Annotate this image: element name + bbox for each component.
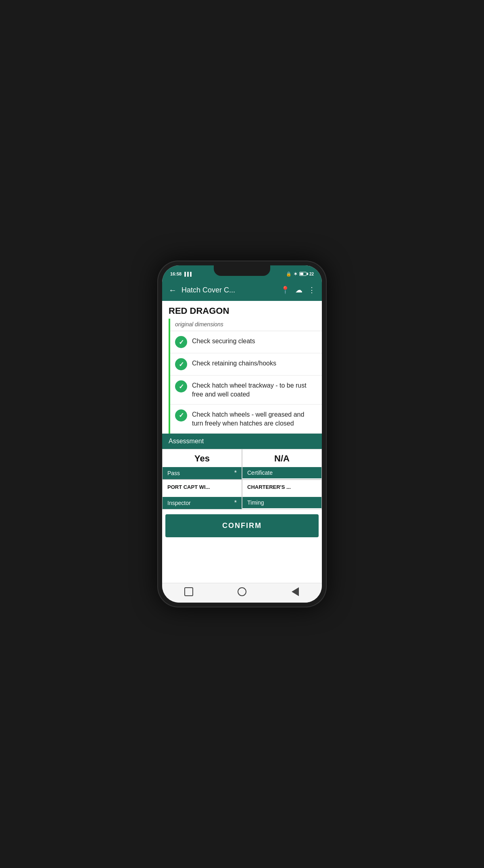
item-text-1: Check securing cleats: [192, 336, 255, 346]
item-text-4: Check hatch wheels - well greased and tu…: [192, 409, 317, 428]
main-content: RED DRAGON original dimensions ✓ Check s…: [162, 301, 322, 583]
checklist-item[interactable]: ✓ Check hatch wheel trackway - to be rus…: [170, 376, 322, 405]
lock-icon: 🔒: [286, 271, 292, 277]
checklist-item[interactable]: ✓ Check hatch wheels - well greased and …: [170, 405, 322, 434]
cell-label-pass[interactable]: Pass *: [163, 467, 242, 479]
status-right: 🔒 ✶ 22: [286, 271, 314, 277]
assessment-cell-na[interactable]: N/A Certificate: [242, 449, 322, 480]
checklist-item[interactable]: ✓ Check retaining chains/hooks: [170, 353, 322, 376]
bluetooth-icon: ✶: [294, 271, 297, 277]
nav-square-button[interactable]: [184, 586, 194, 597]
inspector-asterisk: *: [234, 499, 237, 507]
vessel-name: RED DRAGON: [162, 301, 322, 319]
partial-text: original dimensions: [170, 319, 322, 331]
checklist-item[interactable]: ✓ Check securing cleats: [170, 331, 322, 353]
cell-label-inspector[interactable]: Inspector *: [163, 497, 242, 509]
assessment-cell-inspector[interactable]: PORT CAPT WI... Inspector *: [162, 480, 242, 509]
header-icons: 📍 ☁ ⋮: [281, 286, 315, 294]
nav-back-button[interactable]: [290, 586, 300, 597]
checklist-section: original dimensions ✓ Check securing cle…: [169, 319, 322, 434]
check-icon-1: ✓: [175, 336, 187, 348]
check-icon-2: ✓: [175, 358, 187, 370]
assessment-grid-row1: Yes Pass * N/A Certificate: [162, 449, 322, 480]
assessment-header: Assessment: [162, 434, 322, 449]
cell-value-na: N/A: [242, 449, 321, 467]
check-icon-3: ✓: [175, 380, 187, 392]
cell-label-pass-text: Pass: [167, 470, 180, 476]
assessment-cell-yes[interactable]: Yes Pass *: [162, 449, 242, 480]
phone-screen: 16:58 ▌▌▌ 🔒 ✶ 22 ← Hatch Cover C... �: [162, 265, 322, 603]
cell-value-timing: CHARTERER'S ...: [242, 480, 321, 497]
battery-icon: 22: [299, 272, 314, 276]
header-title: Hatch Cover C...: [182, 286, 276, 294]
pass-asterisk: *: [234, 469, 237, 477]
triangle-icon: [292, 587, 299, 596]
app-header: ← Hatch Cover C... 📍 ☁ ⋮: [162, 279, 322, 301]
cell-label-inspector-text: Inspector: [167, 500, 191, 506]
cell-label-certificate-text: Certificate: [247, 469, 273, 476]
signal-icon: ▌▌▌: [184, 272, 193, 276]
cell-label-certificate[interactable]: Certificate: [242, 467, 321, 478]
check-icon-4: ✓: [175, 409, 187, 421]
circle-icon: [238, 587, 246, 596]
confirm-button[interactable]: CONFIRM: [165, 514, 319, 537]
cell-label-timing-text: Timing: [247, 499, 264, 506]
nav-circle-button[interactable]: [237, 586, 247, 597]
location-icon[interactable]: 📍: [281, 286, 290, 294]
battery-percent: 22: [309, 272, 314, 276]
phone-frame: 16:58 ▌▌▌ 🔒 ✶ 22 ← Hatch Cover C... �: [157, 261, 327, 607]
cell-value-yes: Yes: [163, 449, 242, 467]
cloud-icon[interactable]: ☁: [295, 286, 302, 294]
cell-value-inspector: PORT CAPT WI...: [163, 480, 242, 497]
time-display: 16:58: [170, 271, 182, 276]
assessment-cell-timing[interactable]: CHARTERER'S ... Timing: [242, 480, 322, 509]
item-text-2: Check retaining chains/hooks: [192, 358, 276, 368]
bottom-nav: [162, 583, 322, 603]
square-icon: [184, 587, 193, 596]
item-text-3: Check hatch wheel trackway - to be rust …: [192, 380, 317, 399]
assessment-grid-row2: PORT CAPT WI... Inspector * CHARTERER'S …: [162, 480, 322, 509]
status-left: 16:58 ▌▌▌: [170, 271, 193, 276]
cell-label-timing[interactable]: Timing: [242, 497, 321, 508]
notch: [214, 265, 270, 276]
more-options-icon[interactable]: ⋮: [308, 286, 315, 294]
back-button[interactable]: ←: [169, 286, 177, 295]
